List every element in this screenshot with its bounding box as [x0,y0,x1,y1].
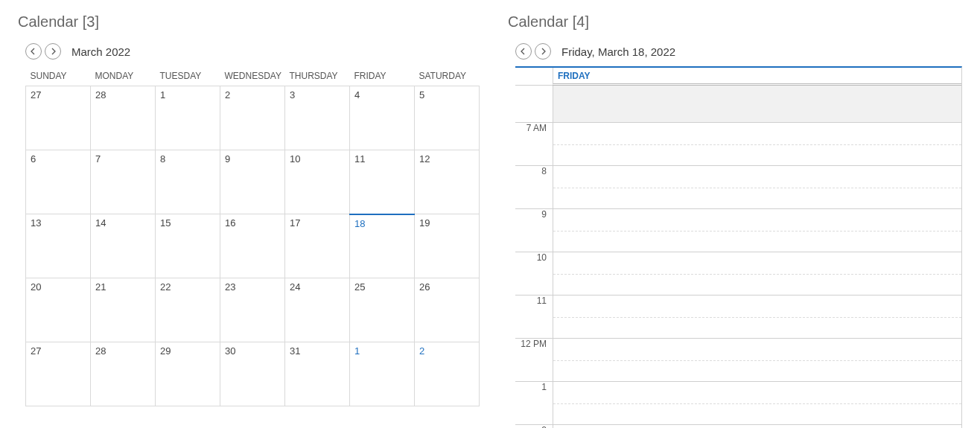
month-day-cell[interactable]: 19 [415,214,480,278]
month-day-header: FRIDAY [350,66,415,86]
month-day-cell[interactable]: 5 [415,86,480,150]
month-label: March 2022 [71,45,130,58]
month-day-cell[interactable]: 24 [285,278,350,342]
month-day-cell[interactable]: 11 [350,150,415,214]
hour-slot[interactable] [553,123,961,166]
day-header: FRIDAY [515,66,962,86]
panel-title-right: Calendar [4] [508,13,962,31]
hour-label: 9 [515,209,553,252]
month-day-cell[interactable]: 7 [91,150,156,214]
month-day-cell[interactable]: 20 [26,278,91,342]
hour-label: 12 PM [515,339,553,382]
month-day-cell[interactable]: 29 [156,342,220,406]
month-day-cell[interactable]: 8 [156,150,220,214]
calendar-day-panel: Calendar [4] Friday, March 18, 2022 FRID… [490,0,980,428]
month-day-header: THURSDAY [285,66,350,86]
hour-label: 2 [515,425,553,428]
arrow-left-icon [30,45,37,58]
hour-row: 9 [515,209,962,252]
month-day-header: MONDAY [91,66,156,86]
prev-month-button[interactable] [25,43,42,60]
hour-label: 11 [515,296,553,339]
month-day-cell[interactable]: 28 [91,86,156,150]
hour-slot[interactable] [553,252,961,296]
allday-row [515,86,962,123]
month-day-cell[interactable]: 17 [285,214,350,278]
hour-label: 1 [515,382,553,425]
month-day-cell[interactable]: 31 [285,342,350,406]
hour-row: 10 [515,252,962,296]
next-month-button[interactable] [45,43,61,60]
hour-row: 1 [515,382,962,425]
month-day-cell[interactable]: 10 [285,150,350,214]
day-header-label[interactable]: FRIDAY [553,68,961,86]
month-day-cell[interactable]: 1 [156,86,220,150]
arrow-left-icon [520,45,527,58]
next-day-button[interactable] [535,43,551,60]
hour-row: 11 [515,296,962,339]
day-header-gutter [515,68,553,86]
month-grid: SUNDAYMONDAYTUESDAYWEDNESDAYTHURSDAYFRID… [25,66,480,406]
month-day-cell[interactable]: 9 [220,150,285,214]
hour-label: 8 [515,166,553,209]
month-day-header: SUNDAY [26,66,91,86]
month-day-cell[interactable]: 22 [156,278,220,342]
month-day-cell[interactable]: 30 [220,342,285,406]
hour-label: 10 [515,252,553,296]
hour-slot[interactable] [553,425,961,428]
allday-gutter [515,86,553,123]
month-day-cell[interactable]: 4 [350,86,415,150]
month-day-cell[interactable]: 23 [220,278,285,342]
month-nav: March 2022 [25,41,472,62]
arrow-right-icon [49,45,57,58]
hour-slot[interactable] [553,382,961,425]
month-day-cell[interactable]: 27 [26,86,91,150]
panel-title-left: Calendar [3] [18,13,472,31]
month-day-cell[interactable]: 12 [415,150,480,214]
month-day-cell[interactable]: 28 [91,342,156,406]
month-day-cell[interactable]: 14 [91,214,156,278]
month-day-cell[interactable]: 3 [285,86,350,150]
month-day-header: SATURDAY [415,66,480,86]
hour-row: 12 PM [515,339,962,382]
hour-slot[interactable] [553,296,961,339]
hour-slot[interactable] [553,209,961,252]
hour-row: 7 AM [515,123,962,166]
month-day-cell[interactable]: 2 [220,86,285,150]
day-view: FRIDAY 7 AM89101112 PM12 [515,66,962,428]
month-day-header: TUESDAY [156,66,220,86]
day-nav: Friday, March 18, 2022 [515,41,962,62]
prev-day-button[interactable] [515,43,532,60]
allday-slot[interactable] [553,86,961,123]
month-day-cell[interactable]: 26 [415,278,480,342]
month-day-header: WEDNESDAY [220,66,285,86]
calendar-month-panel: Calendar [3] March 2022 SUNDAYMONDAYTUES… [0,0,490,428]
month-day-cell[interactable]: 21 [91,278,156,342]
month-day-cell[interactable]: 13 [26,214,91,278]
month-day-cell[interactable]: 2 [415,342,480,406]
month-day-cell[interactable]: 15 [156,214,220,278]
hour-row: 8 [515,166,962,209]
day-label: Friday, March 18, 2022 [561,45,675,58]
hour-slot[interactable] [553,339,961,382]
hour-row: 2 [515,425,962,428]
hour-slot[interactable] [553,166,961,209]
month-day-cell[interactable]: 25 [350,278,415,342]
month-day-cell[interactable]: 16 [220,214,285,278]
arrow-right-icon [539,45,547,58]
month-day-cell[interactable]: 6 [26,150,91,214]
month-day-cell[interactable]: 1 [350,342,415,406]
month-day-cell[interactable]: 27 [26,342,91,406]
hour-label: 7 AM [515,123,553,166]
month-day-cell[interactable]: 18 [350,214,415,278]
